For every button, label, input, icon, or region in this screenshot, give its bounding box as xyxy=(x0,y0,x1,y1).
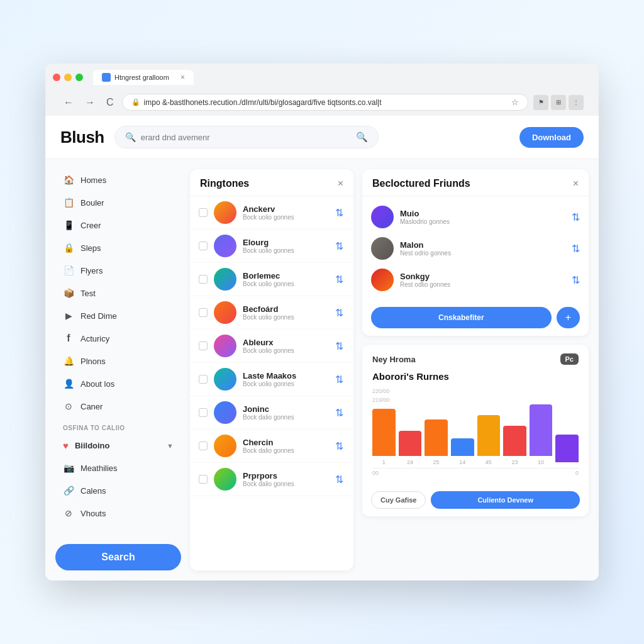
tab-close-icon[interactable]: × xyxy=(180,73,185,82)
ringtone-action-1[interactable]: ⇅ xyxy=(334,206,345,220)
y-label-0: 220/00 xyxy=(372,388,390,394)
ringtone-info-4: Becfoárd Bock uolio gonnes xyxy=(243,304,328,321)
chart-primary-button[interactable]: Culiento Devnew xyxy=(431,491,580,509)
ext-btn-1[interactable]: ⚑ xyxy=(533,95,548,110)
friend-info-3: Sonkgy Rest odlio gonnes xyxy=(400,272,565,288)
app-header: Blush 🔍 🔍 Download xyxy=(45,116,599,159)
sidebar-item-plnons[interactable]: 🔔 Plnons xyxy=(55,350,181,372)
y-label-2: 00 xyxy=(372,470,379,476)
friend-action-1[interactable]: ⇅ xyxy=(572,211,580,223)
ringtone-action-4[interactable]: ⇅ xyxy=(334,306,345,320)
ringtone-checkbox-3[interactable] xyxy=(199,275,208,284)
minimize-dot[interactable] xyxy=(64,74,72,81)
ringtone-item: Prprpors Bock dalio gonnes ⇅ xyxy=(190,463,353,496)
maximize-dot[interactable] xyxy=(75,74,83,81)
acturicy-icon: f xyxy=(63,333,74,344)
ringtone-action-7[interactable]: ⇅ xyxy=(334,406,345,420)
sidebar-item-flyers[interactable]: 📄 Flyers xyxy=(55,260,181,281)
sidebar-divider: Osfina to caliio xyxy=(55,418,181,434)
ringtone-item: Laste Maakos Bock uolio gonnes ⇅ xyxy=(190,363,353,396)
ringtone-name-7: Joninc xyxy=(243,404,328,414)
ringtones-panel: Ringtones × Anckerv Bock uolio gonnes ⇅ xyxy=(190,169,353,570)
ext-btn-3[interactable]: ⋮ xyxy=(569,95,584,110)
sidebar-label-vhouts: Vhouts xyxy=(80,509,106,518)
ringtones-close-button[interactable]: × xyxy=(338,178,343,189)
sidebar-item-caner[interactable]: ⊙ Caner xyxy=(55,396,181,417)
flyers-icon: 📄 xyxy=(63,265,74,276)
chart-badge: Pc xyxy=(560,353,579,365)
reload-button[interactable]: C xyxy=(103,96,117,109)
bar-1 xyxy=(372,409,396,456)
ringtone-name-5: Ableurx xyxy=(243,338,328,347)
sidebar-label-creer: Creer xyxy=(80,221,101,230)
ringtone-info-2: Elourg Bock uolio gonnes xyxy=(243,238,328,254)
search-submit-button[interactable]: 🔍 xyxy=(356,131,368,143)
ringtone-checkbox-6[interactable] xyxy=(199,375,208,384)
sidebar-item-calens[interactable]: 🔗 Calens xyxy=(55,480,181,501)
ringtone-avatar-7 xyxy=(214,401,236,424)
ringtone-checkbox-5[interactable] xyxy=(199,341,208,350)
ringtones-title: Ringtones xyxy=(200,178,249,189)
search-button[interactable]: Search xyxy=(55,544,181,570)
sidebar-label-plnons: Plnons xyxy=(80,357,106,366)
bookmark-icon[interactable]: ☆ xyxy=(511,97,519,107)
friends-close-button[interactable]: × xyxy=(573,178,579,189)
homes-icon: 🏠 xyxy=(63,174,74,186)
ringtone-action-9[interactable]: ⇅ xyxy=(334,472,345,487)
ringtone-action-6[interactable]: ⇅ xyxy=(334,372,345,387)
ringtone-item: Chercin Bock dalio gonnes ⇅ xyxy=(190,430,353,463)
friend-action-2[interactable]: ⇅ xyxy=(572,243,580,255)
back-button[interactable]: ← xyxy=(60,96,77,109)
download-button[interactable]: Download xyxy=(519,127,584,148)
sidebar-item-test[interactable]: 📦 Test xyxy=(55,282,181,304)
sidebar-item-about-los[interactable]: 👤 About los xyxy=(55,373,181,394)
sidebar-item-bouler[interactable]: 📋 Bouler xyxy=(55,192,181,213)
browser-actions: ⚑ ⊞ ⋮ xyxy=(533,95,584,110)
app-search-input[interactable] xyxy=(141,133,351,142)
sidebar-item-homes[interactable]: 🏠 Homes xyxy=(55,169,181,191)
add-friend-button[interactable]: + xyxy=(557,307,580,328)
address-bar[interactable]: 🔒 impo &-bastlhonets.recution./dImr/ulti… xyxy=(122,94,528,111)
ringtone-action-8[interactable]: ⇅ xyxy=(334,439,345,453)
ringtone-checkbox-4[interactable] xyxy=(199,308,208,317)
ringtone-checkbox-7[interactable] xyxy=(199,408,208,417)
friend-item-2: Malon Nest odrio gonnes ⇅ xyxy=(362,233,589,264)
sidebar-item-red-dime[interactable]: ▶ Red Dime xyxy=(55,305,181,326)
sidebar-dropdown-biildoino[interactable]: ♥ Biildoino ▼ xyxy=(55,435,181,456)
app-search-bar[interactable]: 🔍 🔍 xyxy=(114,126,379,148)
sidebar-label-calens: Calens xyxy=(80,486,106,496)
ext-btn-2[interactable]: ⊞ xyxy=(551,95,566,110)
friend-action-3[interactable]: ⇅ xyxy=(572,274,580,286)
ringtone-checkbox-2[interactable] xyxy=(199,242,208,250)
bar-label-3: 25 xyxy=(433,459,440,465)
ringtone-action-5[interactable]: ⇅ xyxy=(334,339,345,353)
sidebar-item-acturicy[interactable]: f Acturicy xyxy=(55,328,181,349)
chart-area: 220/00 219/00 1 xyxy=(362,388,589,485)
bar-8 xyxy=(555,435,579,462)
caner-icon: ⊙ xyxy=(63,401,74,412)
ringtone-avatar-1 xyxy=(214,201,236,224)
filter-button[interactable]: Cnskabefiter xyxy=(371,307,552,328)
browser-tab[interactable]: Htngrest gralloom × xyxy=(93,70,194,85)
sidebar-item-vhouts[interactable]: ⊘ Vhouts xyxy=(55,502,181,524)
sidebar-label-about-los: About los xyxy=(80,379,114,389)
ringtone-action-2[interactable]: ⇅ xyxy=(334,239,345,253)
close-dot[interactable] xyxy=(53,74,60,81)
sidebar-item-sleps[interactable]: 🔒 Sleps xyxy=(55,237,181,258)
ringtone-checkbox-9[interactable] xyxy=(199,475,208,484)
bar-label-4: 14 xyxy=(459,459,465,465)
ringtone-action-3[interactable]: ⇅ xyxy=(334,272,345,287)
ringtone-checkbox-8[interactable] xyxy=(199,441,208,450)
ringtone-item: Becfoárd Bock uolio gonnes ⇅ xyxy=(190,296,353,330)
chart-secondary-button[interactable]: Cuy Gafise xyxy=(371,491,426,509)
ringtone-item: Borlemec Bock uolio gonnes ⇅ xyxy=(190,263,353,296)
ringtone-checkbox-1[interactable] xyxy=(199,208,208,217)
forward-button[interactable]: → xyxy=(82,96,98,109)
friends-list: Muio Maslodrio gonnes ⇅ Malon Nest odrio… xyxy=(362,196,589,301)
browser-chrome: Htngrest gralloom × ← → C 🔒 impo &-bastl… xyxy=(45,64,599,116)
sidebar-item-meathilies[interactable]: 📷 Meathilies xyxy=(55,457,181,479)
friend-sub-2: Nest odrio gonnes xyxy=(400,250,565,257)
sidebar-item-creer[interactable]: 📱 Creer xyxy=(55,214,181,236)
content-area: Ringtones × Anckerv Bock uolio gonnes ⇅ xyxy=(190,169,589,570)
tab-bar: Htngrest gralloom × xyxy=(93,70,194,85)
